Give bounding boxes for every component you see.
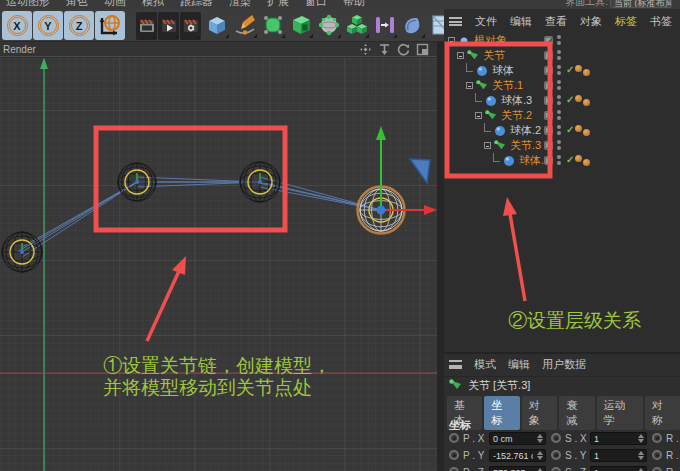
phong-tag-icon[interactable] bbox=[583, 159, 590, 166]
enabled-check-icon[interactable]: ✓ bbox=[566, 94, 574, 105]
visibility-dots[interactable] bbox=[557, 65, 561, 75]
hamburger-icon[interactable] bbox=[449, 360, 462, 369]
phong-tag-icon[interactable] bbox=[575, 95, 582, 102]
visibility-dots[interactable] bbox=[557, 80, 561, 90]
layer-chip[interactable] bbox=[544, 66, 553, 75]
key-radio[interactable] bbox=[652, 450, 662, 460]
tree-row-关节[interactable]: 关节 bbox=[444, 48, 680, 63]
layer-chip[interactable] bbox=[544, 81, 553, 90]
phong-tag-icon[interactable] bbox=[575, 65, 582, 72]
s-input-field[interactable] bbox=[590, 432, 647, 445]
tab-falloff[interactable]: 衰减 bbox=[559, 396, 594, 430]
phong-tag-icon[interactable] bbox=[583, 99, 590, 106]
layer-chip[interactable] bbox=[544, 36, 553, 45]
phong-tag-icon[interactable] bbox=[575, 125, 582, 132]
tree-row-球体[interactable]: 球体✓ bbox=[444, 63, 680, 78]
menu-animation[interactable]: 动画 bbox=[104, 0, 126, 9]
layer-chip[interactable] bbox=[544, 51, 553, 60]
pen-spline-button[interactable] bbox=[231, 11, 258, 39]
om-menu-object[interactable]: 对象 bbox=[580, 14, 602, 29]
coordinate-system-button[interactable] bbox=[95, 11, 125, 40]
am-menu-userdata[interactable]: 用户数据 bbox=[542, 357, 586, 372]
om-menu-view[interactable]: 查看 bbox=[545, 14, 567, 29]
am-menu-mode[interactable]: 模式 bbox=[474, 357, 496, 372]
visibility-dots[interactable] bbox=[557, 95, 561, 105]
render-settings-button[interactable] bbox=[180, 12, 201, 40]
joint-tool-button[interactable] bbox=[371, 11, 398, 39]
tab-object[interactable]: 对象 bbox=[522, 396, 557, 430]
maximize-view-icon[interactable] bbox=[416, 43, 429, 56]
axis-lock-x-button[interactable]: X bbox=[2, 11, 32, 40]
expand-toggle[interactable] bbox=[448, 37, 455, 44]
axis-lock-y-button[interactable]: Y bbox=[33, 11, 63, 40]
menu-simulate[interactable]: 模拟 bbox=[142, 0, 164, 9]
render-view-button[interactable] bbox=[136, 12, 157, 40]
menu-mograph[interactable]: 运动图形 bbox=[6, 0, 50, 9]
extrude-object-button[interactable] bbox=[287, 11, 314, 39]
key-radio[interactable] bbox=[652, 433, 662, 443]
workspace-dropdown[interactable]: 当前 (标准布局) bbox=[610, 0, 672, 8]
tree-row-关节.3[interactable]: 关节.3 bbox=[444, 138, 680, 153]
visibility-dots[interactable] bbox=[557, 140, 561, 150]
visibility-dots[interactable] bbox=[557, 110, 561, 120]
s-input-field[interactable] bbox=[590, 466, 647, 471]
key-radio[interactable] bbox=[551, 433, 561, 443]
p-input-field[interactable] bbox=[489, 432, 546, 445]
om-menu-bookmarks[interactable]: 书签 bbox=[650, 14, 672, 29]
tree-row-球体.1[interactable]: 球体.1✓ bbox=[444, 153, 680, 168]
array-clones-button[interactable] bbox=[343, 11, 370, 39]
visibility-dots[interactable] bbox=[557, 35, 561, 45]
visibility-dots[interactable] bbox=[557, 125, 561, 135]
key-radio[interactable] bbox=[551, 467, 561, 471]
menu-extensions[interactable]: 扩展 bbox=[267, 0, 289, 9]
menu-character[interactable]: 角色 bbox=[66, 0, 88, 9]
om-menu-tags[interactable]: 标签 bbox=[615, 14, 637, 29]
enabled-check-icon[interactable]: ✓ bbox=[566, 64, 574, 75]
om-menu-file[interactable]: 文件 bbox=[475, 14, 497, 29]
expand-toggle[interactable] bbox=[475, 112, 482, 119]
enabled-check-icon[interactable]: ✓ bbox=[566, 124, 574, 135]
key-radio[interactable] bbox=[551, 450, 561, 460]
s-input-field[interactable] bbox=[590, 449, 647, 462]
menu-tracker[interactable]: 跟踪器 bbox=[180, 0, 213, 9]
tree-row-关节.2[interactable]: 关节.2 bbox=[444, 108, 680, 123]
expand-toggle[interactable] bbox=[457, 52, 464, 59]
lattice-deformer-button[interactable] bbox=[315, 11, 342, 39]
axis-lock-z-button[interactable]: Z bbox=[64, 11, 94, 40]
key-radio[interactable] bbox=[449, 450, 459, 460]
tab-coordinates[interactable]: 坐标 bbox=[484, 396, 519, 430]
phong-tag-icon[interactable] bbox=[575, 155, 582, 162]
tree-row-关节.1[interactable]: 关节.1 bbox=[444, 78, 680, 93]
panel-divider[interactable] bbox=[437, 42, 444, 471]
phong-tag-icon[interactable] bbox=[583, 69, 590, 76]
p-input-field[interactable] bbox=[489, 449, 546, 462]
layer-chip[interactable] bbox=[544, 141, 553, 150]
menu-render[interactable]: 渲染 bbox=[229, 0, 251, 9]
visibility-dots[interactable] bbox=[557, 50, 561, 60]
visibility-dots[interactable] bbox=[557, 155, 561, 165]
spline-shape-button[interactable] bbox=[399, 11, 426, 39]
layer-chip[interactable] bbox=[544, 126, 553, 135]
p-input-field[interactable] bbox=[489, 466, 546, 471]
render-picture-viewer-button[interactable] bbox=[158, 12, 179, 40]
enabled-check-icon[interactable]: ✓ bbox=[566, 154, 574, 165]
om-menu-edit[interactable]: 编辑 bbox=[510, 14, 532, 29]
expand-toggle[interactable] bbox=[484, 142, 491, 149]
key-radio[interactable] bbox=[449, 467, 459, 471]
layer-chip[interactable] bbox=[544, 96, 553, 105]
add-cube-button[interactable] bbox=[203, 11, 230, 39]
menu-help[interactable]: 帮助 bbox=[343, 0, 365, 9]
tree-row-球体.2[interactable]: 球体.2✓ bbox=[444, 123, 680, 138]
hamburger-icon[interactable] bbox=[449, 17, 462, 26]
key-radio[interactable] bbox=[652, 467, 662, 471]
subdivision-surface-button[interactable] bbox=[259, 11, 286, 39]
layer-chip[interactable] bbox=[544, 111, 553, 120]
rotate-view-icon[interactable] bbox=[397, 43, 410, 56]
expand-toggle[interactable] bbox=[466, 82, 473, 89]
viewport-canvas[interactable] bbox=[0, 58, 437, 471]
zoom-view-icon[interactable] bbox=[378, 43, 391, 56]
phong-tag-icon[interactable] bbox=[583, 129, 590, 136]
key-radio[interactable] bbox=[449, 433, 459, 443]
pan-view-icon[interactable] bbox=[359, 43, 372, 56]
tree-row-根对象[interactable]: 根对象 bbox=[444, 33, 680, 48]
